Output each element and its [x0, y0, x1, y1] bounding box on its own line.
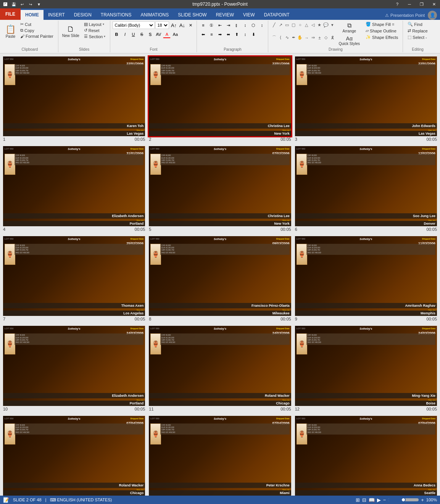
slide-thumbnail-15[interactable]: Sotheby's LOT 550 Shipped Date 07/04/200…	[295, 416, 437, 496]
text-direction-btn[interactable]: ↕	[241, 21, 249, 29]
arrange-button[interactable]: ⧉ Arrange	[337, 21, 361, 34]
minimize-btn[interactable]: ─	[403, 0, 416, 8]
shape-outline-button[interactable]: ▱ Shape Outline	[363, 28, 400, 34]
clear-format-btn[interactable]: ✕	[187, 21, 194, 29]
slide-thumbnail-12[interactable]: Sotheby's LOT 550 Shipped Date 24/03/200…	[295, 326, 437, 406]
shape-math[interactable]: ±	[316, 34, 323, 41]
replace-button[interactable]: ⇄ Replace	[405, 28, 430, 34]
tab-file[interactable]: FILE	[0, 8, 21, 20]
smart-art-convert-btn[interactable]: ⬡	[250, 21, 257, 29]
slide-thumbnail-4[interactable]: Sotheby's LOT 550 Shipped Date 31/01/200…	[3, 146, 145, 226]
select-button[interactable]: ⬚ Select -	[405, 34, 429, 40]
slide-thumbnail-5[interactable]: Sotheby's LOT 550 Shipped Date 07/02/200…	[149, 146, 291, 226]
shape-connect2[interactable]: ⟨	[277, 34, 284, 41]
shape-rtri[interactable]: ◁	[309, 21, 316, 28]
shadow-btn[interactable]: S	[146, 31, 154, 38]
slide-thumbnail-2[interactable]: Sotheby's LOT 550 Shipped Date 22/01/200…	[149, 56, 291, 136]
increase-indent-btn[interactable]: ⇥	[224, 21, 232, 29]
increase-font-btn[interactable]: A↑	[170, 21, 177, 29]
shape-callout[interactable]: 💬	[322, 21, 329, 28]
tab-home[interactable]: HOME	[21, 10, 44, 20]
valign-bot-btn[interactable]: ⬇	[250, 31, 257, 38]
copy-button[interactable]: ⧉ Copy	[18, 27, 56, 33]
shape-star[interactable]: ★	[316, 21, 323, 28]
bullets-btn[interactable]: ≡	[199, 21, 207, 29]
undo-btn[interactable]: ↩	[18, 0, 26, 8]
underline-btn[interactable]: U	[129, 31, 137, 38]
shape-tri[interactable]: △	[303, 21, 310, 28]
shape-effects-button[interactable]: ✨ Shape Effects	[363, 34, 400, 40]
valign-top-btn[interactable]: ⬆	[233, 31, 240, 38]
restore-btn[interactable]: ❐	[416, 0, 428, 8]
format-painter-button[interactable]: 🖌 Format Painter	[18, 34, 56, 39]
new-slide-button[interactable]: 🗋 New Slide	[61, 21, 81, 41]
quick-styles-button[interactable]: Aα Quick Styles	[337, 35, 361, 47]
valign-mid-btn[interactable]: ↕	[241, 31, 249, 38]
zoom-in-btn[interactable]: +	[421, 497, 424, 498]
align-center-btn[interactable]: ≡	[208, 31, 215, 38]
decrease-indent-btn[interactable]: ⇤	[216, 21, 224, 29]
tab-transitions[interactable]: TRANSITIONS	[96, 10, 136, 20]
tab-slideshow[interactable]: SLIDE SHOW	[173, 10, 211, 20]
shape-free[interactable]: ✒	[290, 34, 297, 41]
view-normal-icon[interactable]: ⊞	[356, 497, 360, 498]
shape-line[interactable]: ╱	[271, 21, 277, 28]
redo-btn[interactable]: ↪	[27, 0, 34, 8]
shape-circle[interactable]: ○	[297, 21, 303, 28]
slide-thumbnail-10[interactable]: Sotheby's LOT 550 Shipped Date 24/03/200…	[3, 326, 145, 406]
view-reading-icon[interactable]: 📖	[369, 497, 375, 498]
tab-datapoint[interactable]: DATAPOINT	[259, 10, 294, 20]
slide-thumbnail-8[interactable]: Sotheby's LOT 550 Shipped Date 09/03/200…	[149, 236, 291, 316]
char-spacing-btn[interactable]: AV	[155, 31, 162, 38]
slide-thumbnail-1[interactable]: Sotheby's LOT 550 Shipped Date 22/01/200…	[3, 56, 145, 136]
tab-insert[interactable]: INSERT	[44, 10, 69, 20]
line-spacing-btn[interactable]: ↕	[258, 21, 266, 29]
bold-btn[interactable]: B	[113, 31, 120, 38]
shape-rect[interactable]: ▭	[284, 21, 290, 28]
tab-design[interactable]: DESIGN	[69, 10, 96, 20]
case-btn[interactable]: Aa	[171, 31, 179, 38]
font-color-btn[interactable]: A	[163, 31, 171, 38]
close-btn[interactable]: ✕	[428, 0, 440, 8]
tab-animations[interactable]: ANIMATIONS	[136, 10, 173, 20]
shape-connect1[interactable]: ⌒	[271, 34, 277, 41]
font-size-select[interactable]: 18	[155, 21, 169, 29]
shape-curve1[interactable]: ∿	[284, 34, 290, 41]
shape-hand[interactable]: ✋	[297, 34, 303, 41]
user-avatar[interactable]: 👤	[428, 11, 437, 20]
zoom-out-btn[interactable]: −	[383, 497, 386, 498]
shape-arrow2[interactable]: →	[303, 34, 310, 41]
cut-button[interactable]: ✂ Cut	[18, 21, 56, 27]
slide-thumbnail-11[interactable]: Sotheby's LOT 550 Shipped Date 24/03/200…	[149, 326, 291, 406]
slide-thumbnail-13[interactable]: Sotheby's LOT 550 Shipped Date 07/04/200…	[3, 416, 145, 496]
quick-access-more-btn[interactable]: ▼	[35, 0, 43, 8]
strikethrough-btn[interactable]: S	[138, 31, 145, 38]
view-presenter-icon[interactable]: ▶	[377, 497, 381, 498]
shape-block-arrow[interactable]: ⇒	[309, 34, 316, 41]
justify-btn[interactable]: ⬌	[224, 31, 232, 38]
tab-view[interactable]: VIEW	[239, 10, 259, 20]
slide-thumbnail-3[interactable]: Sotheby's LOT 550 Shipped Date 22/01/200…	[295, 56, 437, 136]
shapes-more[interactable]: ▾	[329, 21, 336, 28]
tab-review[interactable]: REVIEW	[211, 10, 239, 20]
slide-thumbnail-6[interactable]: Sotheby's LOT 550 Shipped Date 12/02/200…	[295, 146, 437, 226]
layout-button[interactable]: ▤ Layout ▾	[82, 21, 108, 27]
font-name-select[interactable]: Calibri (Body)	[113, 21, 155, 29]
slide-thumbnail-7[interactable]: Sotheby's LOT 550 Shipped Date 25/02/200…	[3, 236, 145, 316]
view-slide-sorter-icon[interactable]: ⊟	[362, 497, 366, 498]
shape-flowchart[interactable]: ◇	[322, 34, 329, 41]
slide-thumbnail-9[interactable]: Sotheby's LOT 550 Shipped Date 11/03/200…	[295, 236, 437, 316]
slide-thumbnail-14[interactable]: Sotheby's LOT 550 Shipped Date 07/04/200…	[149, 416, 291, 496]
decrease-font-btn[interactable]: A↓	[178, 21, 186, 29]
italic-btn[interactable]: I	[121, 31, 129, 38]
shape-rrect[interactable]: ▢	[290, 21, 297, 28]
columns-btn[interactable]: ⫿	[233, 21, 240, 29]
find-button[interactable]: 🔍 Find	[405, 21, 424, 27]
shape-fill-button[interactable]: 🪣 Shape Fill =	[363, 21, 400, 27]
save-quick-btn[interactable]: 💾	[10, 0, 18, 8]
shape-ribbon[interactable]: 🎗	[329, 34, 336, 41]
reset-button[interactable]: ↺ Reset	[82, 27, 108, 33]
align-left-btn[interactable]: ⬅	[199, 31, 207, 38]
shape-arrow[interactable]: ↗	[277, 21, 284, 28]
section-button[interactable]: ☰ Section ▾	[82, 34, 108, 39]
